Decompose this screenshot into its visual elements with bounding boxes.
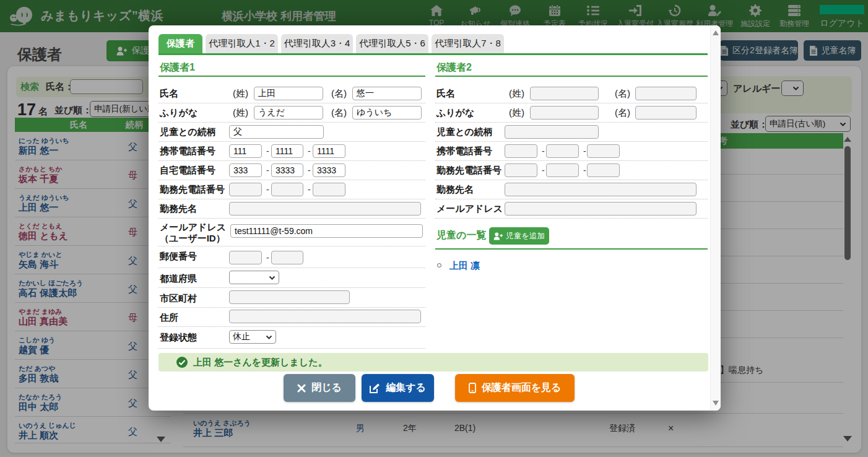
g1-workname-input[interactable] [229,202,421,215]
g1-sei-input[interactable]: 上田 [254,87,323,100]
g2-workname-input[interactable] [505,183,697,196]
g1-mobile-3-input[interactable]: 1111 [313,144,345,158]
g2-relation-input[interactable] [505,125,599,139]
guardian1-heading: 保護者1 [160,61,195,74]
add-child-button[interactable]: 児童を追加 [489,227,549,245]
g1-address-input[interactable] [229,310,421,323]
check-circle-icon [176,357,188,368]
chevron-down-icon [269,276,276,280]
g1-zip-1-input[interactable] [229,251,262,264]
tab-guardian[interactable]: 保護者 [158,34,202,53]
g2-sei-input[interactable] [530,87,599,100]
guardian2-heading: 保護者2 [436,61,472,74]
mobile-icon [469,383,476,393]
g1-email-input[interactable]: test11111@t-59.com [230,224,423,238]
g1-home-3-input[interactable]: 3333 [313,163,345,177]
user-plus-icon [493,232,503,240]
g1-status-select[interactable]: 休止 [229,330,276,344]
tab-proxy-5-6[interactable]: 代理引取人5・6 [356,34,428,53]
child-item-link[interactable]: 上田 凛 [449,260,480,272]
g1-mei-kana-input[interactable]: ゆういち [352,106,422,120]
g2-mobile-3-input[interactable] [587,144,620,158]
g1-work-1-input[interactable] [229,183,262,196]
success-message: 上田 悠一さんを更新しました。 [193,357,328,368]
modal-scrollbar[interactable] [710,25,721,411]
g2-work-3-input[interactable] [587,163,620,177]
g2-mei-input[interactable] [635,87,697,100]
tab-proxy-7-8[interactable]: 代理引取人7・8 [432,34,504,53]
children-list-heading: 児童の一覧 [436,229,486,242]
g1-mei-input[interactable]: 悠一 [352,87,422,100]
close-icon [297,384,306,393]
list-bullet-icon [437,263,441,268]
g1-work-3-input[interactable] [313,183,345,196]
g1-prefecture-select[interactable] [229,271,279,284]
scroll-down-icon[interactable] [713,401,719,406]
tab-proxy-3-4[interactable]: 代理引取人3・4 [281,34,353,53]
g2-mobile-2-input[interactable] [546,144,579,158]
tab-underline [158,53,708,55]
g2-work-2-input[interactable] [546,163,579,177]
g2-sei-kana-input[interactable] [530,106,599,120]
screen: みまもりキッズ”横浜 横浜小学校 利用者管理 TOP お知らせ 個別連絡 予定表… [0,0,868,457]
tab-proxy-1-2[interactable]: 代理引取人1・2 [206,34,278,53]
g1-home-2-input[interactable]: 3333 [271,163,303,177]
g1-city-input[interactable] [229,290,350,304]
chevron-down-icon [266,335,272,339]
scroll-up-icon[interactable] [713,30,719,35]
g1-zip-2-input[interactable] [271,251,303,264]
view-guardian-screen-button[interactable]: 保護者画面を見る [455,374,575,402]
g1-sei-kana-input[interactable]: うえだ [254,106,323,120]
edit-button[interactable]: 編集する [362,374,434,402]
g2-email-input[interactable] [505,202,697,215]
g2-mobile-1-input[interactable] [505,144,537,158]
g1-home-1-input[interactable]: 333 [229,163,262,177]
edit-icon [370,383,380,393]
g2-mei-kana-input[interactable] [635,106,697,120]
g2-work-1-input[interactable] [505,163,537,177]
guardian-detail-modal: 保護者 代理引取人1・2 代理引取人3・4 代理引取人5・6 代理引取人7・8 … [149,25,721,411]
g1-mobile-1-input[interactable]: 111 [229,144,262,158]
g1-relation-input[interactable]: 父 [229,125,324,139]
close-button[interactable]: 閉じる [284,374,355,402]
g1-mobile-2-input[interactable]: 1111 [271,144,303,158]
g1-work-2-input[interactable] [271,183,303,196]
